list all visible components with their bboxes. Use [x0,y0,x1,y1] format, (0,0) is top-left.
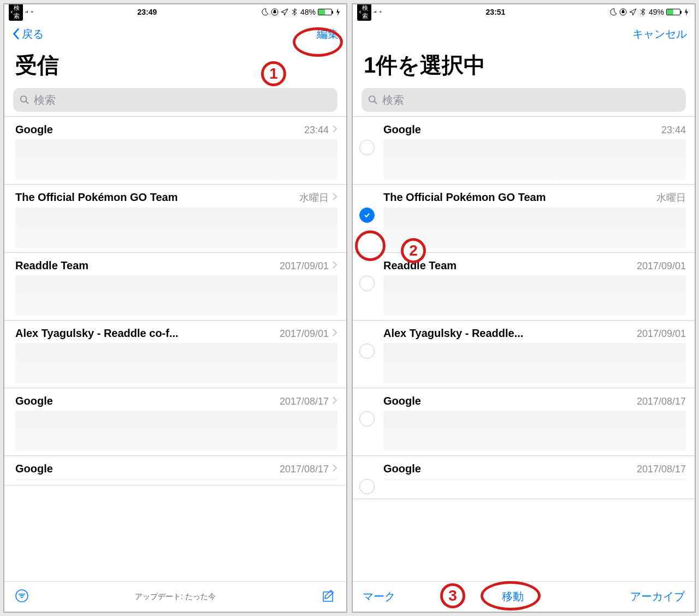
mail-row[interactable]: Google2017/08/17 [353,388,695,456]
edit-button[interactable]: 編集 [317,27,339,42]
location-icon [629,8,637,16]
mail-row[interactable]: Readdle Team2017/09/01 [4,253,346,321]
svg-rect-1 [26,12,26,13]
search-icon [20,95,29,105]
select-checkbox[interactable] [359,479,375,494]
search-placeholder: 検索 [382,93,404,108]
svg-rect-11 [376,11,376,13]
search-input[interactable]: 検索 [13,88,337,112]
bluetooth-icon [291,8,298,16]
mail-date: 2017/08/17 [637,396,686,407]
battery-icon [666,9,680,15]
mail-preview [383,208,686,248]
mail-preview [383,411,686,451]
sender-name: Google [15,463,275,475]
mark-button[interactable]: マーク [363,589,395,604]
back-app-badge[interactable]: 検索 [357,3,371,21]
back-button[interactable]: 戻る [12,27,44,42]
cancel-button[interactable]: キャンセル [632,27,687,42]
svg-rect-10 [375,11,376,13]
select-checkbox[interactable] [359,276,375,291]
svg-point-13 [369,96,375,102]
phone-left: 検索 23:49 48% 戻る 編集 受信 検索 Google23:44The … [3,3,347,613]
lock-icon [619,8,627,16]
mail-list[interactable]: Google23:44The Official Pokémon GO Team水… [4,116,346,581]
mail-row[interactable]: Readdle Team2017/09/01 [353,253,695,321]
mail-preview [15,478,337,481]
update-status: アップデート: たった今 [135,592,216,602]
mail-row[interactable]: Alex Tyagulsky - Readdle co-f...2017/09/… [4,321,346,388]
sender-name: The Official Pokémon GO Team [15,191,295,204]
select-checkbox[interactable] [359,343,375,359]
mail-date: 2017/09/01 [637,328,686,340]
battery-pct: 49% [649,8,664,16]
mail-date: 2017/08/17 [280,464,329,475]
mail-preview [15,208,337,248]
nav-bar: 戻る 編集 [4,20,346,48]
phone-right: 検索 23:51 49% キャンセル 1件を選択中 検索 Google23:44… [352,3,696,613]
nav-bar: キャンセル [353,20,695,48]
mail-date: 2017/09/01 [637,260,686,272]
move-button[interactable]: 移動 [502,589,524,604]
toolbar: アップデート: たった今 [4,581,346,612]
chevron-right-icon [332,396,337,407]
sender-name: Google [383,395,632,407]
back-app-badge[interactable]: 検索 [9,3,23,21]
sender-name: Google [383,463,632,475]
sender-name: Alex Tyagulsky - Readdle co-f... [15,327,275,340]
chevron-right-icon [332,192,337,203]
mail-date: 2017/08/17 [637,464,686,475]
clock: 23:51 [486,8,506,16]
mail-row[interactable]: Alex Tyagulsky - Readdle...2017/09/01 [353,321,695,388]
signal-icon [25,11,28,13]
wifi-icon [379,11,382,13]
select-checkbox[interactable] [359,208,375,223]
page-title: 受信 [4,48,346,88]
chevron-right-icon [332,328,337,339]
mail-row[interactable]: Google2017/08/17 [4,388,346,456]
status-bar: 検索 23:51 49% [353,4,695,20]
moon-icon [261,8,269,16]
svg-point-5 [21,96,27,102]
mail-row[interactable]: Google2017/08/17 [4,456,346,485]
filter-button[interactable] [14,588,29,606]
chevron-right-icon [332,464,337,475]
mail-row[interactable]: Google2017/08/17 [353,456,695,499]
charging-icon [683,8,690,16]
moon-icon [609,8,617,16]
mail-preview [15,411,337,451]
mail-preview [383,343,686,383]
select-checkbox[interactable] [359,411,375,427]
mail-row[interactable]: The Official Pokémon GO Team水曜日 [353,185,695,253]
clock: 23:49 [138,8,157,16]
sender-name: Google [383,123,657,136]
mail-preview [15,275,337,316]
archive-button[interactable]: アーカイブ [630,589,685,604]
sender-name: Readdle Team [15,259,275,272]
mail-preview [383,275,686,316]
mail-date: 2017/09/01 [280,260,329,272]
page-title: 1件を選択中 [353,48,695,88]
toolbar-edit: マーク 移動 アーカイブ [353,581,695,612]
mail-date: 2017/09/01 [280,328,329,340]
mail-date: 2017/08/17 [280,396,329,407]
search-input[interactable]: 検索 [362,88,686,112]
chevron-right-icon [332,260,337,271]
mail-date: 23:44 [661,125,686,136]
charging-icon [334,8,342,16]
compose-button[interactable] [321,588,336,606]
mail-row[interactable]: Google23:44 [353,117,695,185]
mail-preview [15,343,337,383]
sender-name: Google [15,123,300,136]
bluetooth-icon [639,8,647,16]
mail-row[interactable]: Google23:44 [4,117,346,185]
sender-name: Google [15,395,275,407]
mail-date: 水曜日 [656,191,686,204]
mail-date: 水曜日 [299,191,329,204]
svg-rect-3 [27,11,28,13]
mail-row[interactable]: The Official Pokémon GO Team水曜日 [4,185,346,253]
mail-preview [15,139,337,180]
mail-list[interactable]: Google23:44The Official Pokémon GO Team水… [353,116,695,581]
select-checkbox[interactable] [359,140,375,155]
mail-preview [383,139,686,180]
